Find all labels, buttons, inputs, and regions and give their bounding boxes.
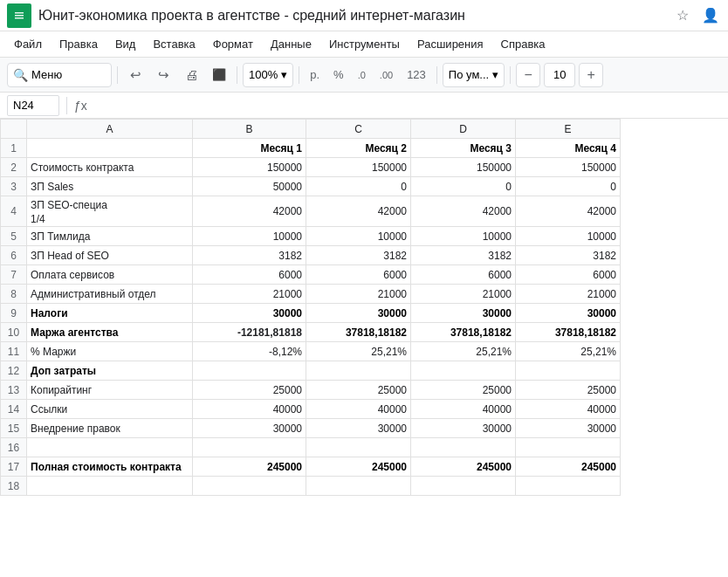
cell-r17-c1[interactable]: 245000 (193, 457, 306, 477)
menu-tools[interactable]: Инструменты (322, 34, 407, 54)
row-num-17[interactable]: 17 (1, 457, 27, 477)
cell-r2-c3[interactable]: 150000 (411, 158, 516, 177)
cell-r18-c3[interactable] (411, 477, 516, 496)
cell-r17-c2[interactable]: 245000 (306, 457, 411, 477)
menu-file[interactable]: Файл (7, 34, 49, 54)
cell-r13-c4[interactable]: 25000 (516, 381, 621, 400)
cell-r15-c0[interactable]: Внедрение правок (27, 419, 193, 438)
cell-r14-c2[interactable]: 40000 (306, 400, 411, 419)
cell-r4-c1[interactable]: 42000 (193, 196, 306, 227)
cell-r14-c4[interactable]: 40000 (516, 400, 621, 419)
format-paint-button[interactable]: ⬛ (207, 63, 231, 87)
row-num-1[interactable]: 1 (1, 139, 27, 158)
row-num-18[interactable]: 18 (1, 477, 27, 496)
cell-r16-c4[interactable] (516, 438, 621, 457)
font-size-increase-button[interactable]: + (579, 63, 603, 87)
cell-r12-c4[interactable] (516, 361, 621, 381)
cell-r16-c0[interactable] (27, 438, 193, 457)
cell-r7-c3[interactable]: 6000 (411, 265, 516, 285)
account-icon[interactable]: 👤 (700, 5, 721, 26)
row-num-3[interactable]: 3 (1, 177, 27, 196)
cell-r4-c0[interactable]: ЗП SEO-специа 1/4 (27, 196, 193, 227)
col-header-c[interactable]: C (306, 120, 411, 139)
cell-r18-c2[interactable] (306, 477, 411, 496)
row-num-12[interactable]: 12 (1, 361, 27, 381)
cell-r11-c0[interactable]: % Маржи (27, 342, 193, 361)
row-num-8[interactable]: 8 (1, 285, 27, 304)
cell-r8-c3[interactable]: 21000 (411, 285, 516, 304)
col-header-a[interactable]: A (27, 120, 193, 139)
row-num-15[interactable]: 15 (1, 419, 27, 438)
cell-r18-c4[interactable] (516, 477, 621, 496)
cell-r3-c1[interactable]: 50000 (193, 177, 306, 196)
cell-r1-c3[interactable]: Месяц 3 (411, 139, 516, 158)
cell-r8-c4[interactable]: 21000 (516, 285, 621, 304)
row-num-7[interactable]: 7 (1, 265, 27, 285)
undo-button[interactable]: ↩ (123, 63, 148, 87)
cell-r15-c4[interactable]: 30000 (516, 419, 621, 438)
cell-r8-c0[interactable]: Административный отдел (27, 285, 193, 304)
zoom-control[interactable]: 100% ▾ (243, 63, 293, 87)
redo-button[interactable]: ↪ (151, 63, 175, 87)
cell-r17-c3[interactable]: 245000 (411, 457, 516, 477)
cell-r16-c1[interactable] (193, 438, 306, 457)
print-button[interactable]: 🖨 (179, 63, 203, 87)
cell-r7-c0[interactable]: Оплата сервисов (27, 265, 193, 285)
cell-r5-c4[interactable]: 10000 (516, 227, 621, 246)
cell-r3-c3[interactable]: 0 (411, 177, 516, 196)
decimal-increase-button[interactable]: .00 (374, 63, 398, 87)
cell-r10-c2[interactable]: 37818,18182 (306, 323, 411, 342)
cell-r1-c0[interactable] (27, 139, 193, 158)
row-num-10[interactable]: 10 (1, 323, 27, 342)
menu-data[interactable]: Данные (264, 34, 319, 54)
row-num-6[interactable]: 6 (1, 246, 27, 265)
currency-button[interactable]: р. (305, 63, 325, 87)
percent-button[interactable]: % (328, 63, 349, 87)
cell-r8-c2[interactable]: 21000 (306, 285, 411, 304)
menu-view[interactable]: Вид (108, 34, 143, 54)
cell-r11-c3[interactable]: 25,21% (411, 342, 516, 361)
row-num-4[interactable]: 4 (1, 196, 27, 227)
cell-r8-c1[interactable]: 21000 (193, 285, 306, 304)
cell-r6-c3[interactable]: 3182 (411, 246, 516, 265)
cell-r13-c0[interactable]: Копирайтинг (27, 381, 193, 400)
cell-r1-c1[interactable]: Месяц 1 (193, 139, 306, 158)
font-family-control[interactable]: По ум... ▾ (443, 63, 505, 87)
cell-r9-c3[interactable]: 30000 (411, 304, 516, 323)
cell-r6-c2[interactable]: 3182 (306, 246, 411, 265)
cell-r1-c4[interactable]: Месяц 4 (516, 139, 621, 158)
cell-r11-c4[interactable]: 25,21% (516, 342, 621, 361)
cell-r13-c1[interactable]: 25000 (193, 381, 306, 400)
cell-r15-c1[interactable]: 30000 (193, 419, 306, 438)
cell-r9-c2[interactable]: 30000 (306, 304, 411, 323)
cell-r3-c2[interactable]: 0 (306, 177, 411, 196)
cell-r4-c2[interactable]: 42000 (306, 196, 411, 227)
cell-r13-c3[interactable]: 25000 (411, 381, 516, 400)
cell-r15-c3[interactable]: 30000 (411, 419, 516, 438)
menu-insert[interactable]: Вставка (146, 34, 202, 54)
cell-r2-c2[interactable]: 150000 (306, 158, 411, 177)
col-header-e[interactable]: E (516, 120, 621, 139)
cell-r12-c0[interactable]: Доп затраты (27, 361, 193, 381)
cell-r18-c0[interactable] (27, 477, 193, 496)
cell-r6-c0[interactable]: ЗП Head of SEO (27, 246, 193, 265)
row-num-14[interactable]: 14 (1, 400, 27, 419)
cell-r1-c2[interactable]: Месяц 2 (306, 139, 411, 158)
search-box[interactable]: 🔍 Меню (7, 63, 112, 87)
menu-format[interactable]: Формат (206, 34, 260, 54)
cell-r17-c0[interactable]: Полная стоимость контракта (27, 457, 193, 477)
cell-r12-c2[interactable] (306, 361, 411, 381)
cell-reference[interactable]: N24 (7, 95, 59, 116)
col-header-d[interactable]: D (411, 120, 516, 139)
cell-r12-c1[interactable] (193, 361, 306, 381)
cell-r11-c1[interactable]: -8,12% (193, 342, 306, 361)
cell-r2-c4[interactable]: 150000 (516, 158, 621, 177)
row-num-2[interactable]: 2 (1, 158, 27, 177)
star-icon[interactable]: ☆ (672, 5, 693, 26)
cell-r11-c2[interactable]: 25,21% (306, 342, 411, 361)
cell-r10-c0[interactable]: Маржа агентства (27, 323, 193, 342)
cell-r7-c1[interactable]: 6000 (193, 265, 306, 285)
cell-r16-c2[interactable] (306, 438, 411, 457)
cell-r10-c1[interactable]: -12181,81818 (193, 323, 306, 342)
cell-r2-c1[interactable]: 150000 (193, 158, 306, 177)
